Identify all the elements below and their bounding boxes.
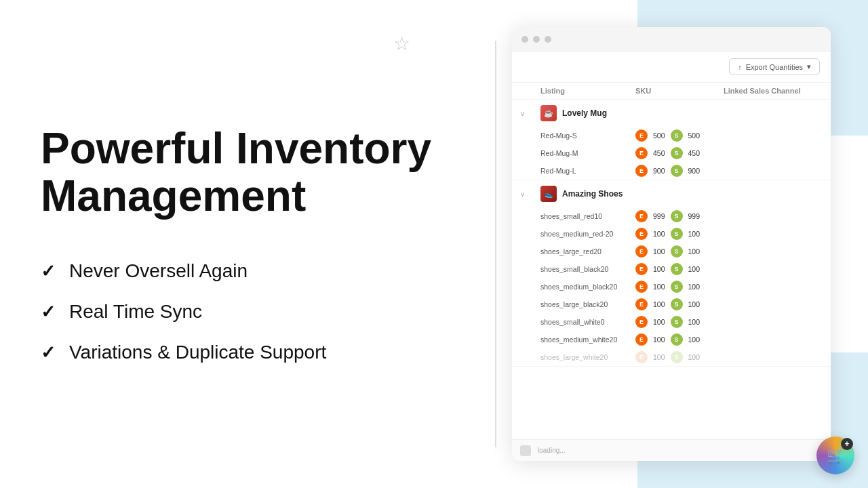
shopify-qty-s4: 100: [688, 265, 701, 273]
export-icon: ↑: [738, 63, 742, 71]
etsy-badge-2: E: [635, 147, 648, 159]
main-title: Powerful Inventory Management: [41, 125, 454, 220]
title-line2: Management: [41, 171, 306, 220]
channel-qty-shoes-4: E 100 S 100: [635, 263, 724, 275]
shopify-badge-s6: S: [671, 298, 683, 310]
etsy-badge-s4: E: [635, 263, 648, 275]
header-chevron-col: [520, 87, 540, 95]
etsy-qty-s4: 100: [653, 265, 665, 273]
feature-list: ✓ Never Oversell Again ✓ Real Time Sync …: [41, 260, 454, 363]
etsy-badge-s8: E: [635, 333, 648, 346]
etsy-qty-s1: 999: [653, 212, 665, 220]
channel-qty-2: E 450 S 450: [635, 147, 724, 159]
sku-row-shoes-3: shoes_large_red20 E 100 S 100: [512, 243, 831, 260]
channel-qty-shoes-6: E 100 S 100: [635, 298, 724, 310]
cart-icon: 🛒: [827, 447, 845, 464]
sku-row-shoes-2: shoes_medium_red-20 E 100 S 100: [512, 225, 831, 243]
shopify-badge-s1: S: [671, 210, 683, 222]
etsy-badge-s3: E: [635, 245, 648, 258]
chevron-icon-1: ∨: [520, 110, 540, 117]
shopify-qty-2: 450: [688, 149, 701, 157]
sku-text-shoes-9: shoes_large_white20: [540, 353, 635, 361]
sku-row-shoes-1: shoes_small_red10 E 999 S 999: [512, 207, 831, 225]
product-group-2: ∨ 👟 Amazing Shoes shoes_small_red10 E 99…: [512, 180, 831, 367]
channel-qty-shoes-1: E 999 S 999: [635, 210, 724, 222]
export-chevron: ▾: [807, 62, 811, 71]
shopify-qty-s6: 100: [688, 300, 701, 308]
etsy-qty-s3: 100: [653, 247, 665, 256]
feature-label-1: Never Oversell Again: [69, 260, 248, 282]
product-group-1: ∨ ☕ Lovely Mug Red-Mug-S E 500 S 500: [512, 100, 831, 180]
etsy-badge-s5: E: [635, 281, 648, 293]
shopify-qty-1: 500: [688, 131, 701, 140]
sku-text-shoes-5: shoes_medium_black20: [540, 283, 635, 291]
sku-row-shoes-5: shoes_medium_black20 E 100 S 100: [512, 278, 831, 296]
etsy-qty-s7: 100: [653, 318, 665, 326]
sku-row-red-mug-s: Red-Mug-S E 500 S 500: [512, 127, 831, 144]
shopify-badge-1: S: [671, 129, 683, 142]
browser-content: ↑ Export Quantities ▾ Listing SKU Linked…: [512, 52, 831, 461]
shopify-badge-s8: S: [671, 333, 683, 346]
check-icon-2: ✓: [41, 302, 56, 323]
shopify-qty-s3: 100: [688, 247, 701, 256]
browser-window: ↑ Export Quantities ▾ Listing SKU Linked…: [512, 27, 831, 461]
channel-qty-shoes-7: E 100 S 100: [635, 316, 724, 328]
shopify-qty-s8: 100: [688, 336, 701, 344]
channel-qty-shoes-8: E 100 S 100: [635, 333, 724, 346]
feature-item-3: ✓ Variations & Duplicate Support: [41, 342, 454, 363]
shopify-badge-s9: S: [671, 351, 683, 363]
feature-item-1: ✓ Never Oversell Again: [41, 260, 454, 282]
etsy-qty-s8: 100: [653, 336, 665, 344]
channel-qty-shoes-2: E 100 S 100: [635, 228, 724, 240]
sku-row-shoes-4: shoes_small_black20 E 100 S 100: [512, 260, 831, 278]
channel-qty-1: E 500 S 500: [635, 129, 724, 142]
star-icon: ☆: [393, 33, 410, 55]
feature-label-2: Real Time Sync: [69, 301, 202, 323]
etsy-qty-s5: 100: [653, 283, 665, 291]
etsy-badge-s2: E: [635, 228, 648, 240]
shopify-badge-s3: S: [671, 245, 683, 258]
header-linked-sales: Linked Sales Channel: [724, 87, 823, 95]
shopify-badge-s5: S: [671, 281, 683, 293]
feature-item-2: ✓ Real Time Sync: [41, 301, 454, 323]
sku-text-2: Red-Mug-M: [540, 149, 635, 157]
title-line1: Powerful Inventory: [41, 124, 431, 173]
cart-plus-icon: +: [841, 438, 853, 450]
product-name-1: Lovely Mug: [562, 108, 607, 118]
etsy-badge-s1: E: [635, 210, 648, 222]
header-sku: SKU: [635, 87, 724, 95]
bottom-bar-icon: [520, 445, 531, 456]
product-row-amazing-shoes[interactable]: ∨ 👟 Amazing Shoes: [512, 180, 831, 207]
check-icon-3: ✓: [41, 342, 56, 363]
channel-qty-3: E 900 S 900: [635, 165, 724, 177]
sku-text-shoes-2: shoes_medium_red-20: [540, 230, 635, 238]
header-listing: Listing: [540, 87, 635, 95]
etsy-qty-1: 500: [653, 131, 665, 140]
product-row-lovely-mug[interactable]: ∨ ☕ Lovely Mug: [512, 100, 831, 127]
table-header: Listing SKU Linked Sales Channel: [512, 83, 831, 100]
sku-text-shoes-6: shoes_large_black20: [540, 300, 635, 308]
sku-row-shoes-8: shoes_medium_white20 E 100 S 100: [512, 331, 831, 348]
etsy-badge-3: E: [635, 165, 648, 177]
shopify-qty-s2: 100: [688, 230, 701, 238]
export-button[interactable]: ↑ Export Quantities ▾: [729, 58, 820, 75]
left-panel: Powerful Inventory Management ✓ Never Ov…: [0, 0, 495, 488]
etsy-badge-1: E: [635, 129, 648, 142]
divider-line: [495, 41, 496, 447]
shopify-badge-3: S: [671, 165, 683, 177]
cart-fab[interactable]: 🛒 +: [816, 436, 854, 474]
shopify-qty-s5: 100: [688, 283, 701, 291]
check-icon-1: ✓: [41, 261, 56, 282]
channel-qty-shoes-3: E 100 S 100: [635, 245, 724, 258]
sku-text-shoes-8: shoes_medium_white20: [540, 336, 635, 344]
browser-dot-2: [533, 36, 540, 43]
etsy-qty-s6: 100: [653, 300, 665, 308]
etsy-badge-s6: E: [635, 298, 648, 310]
sku-row-shoes-6: shoes_large_black20 E 100 S 100: [512, 296, 831, 313]
bottom-bar-text: loading...: [538, 447, 566, 454]
mug-thumbnail: ☕: [540, 105, 557, 121]
sku-text-1: Red-Mug-S: [540, 131, 635, 140]
etsy-qty-2: 450: [653, 149, 665, 157]
browser-titlebar: [512, 27, 831, 52]
etsy-badge-s7: E: [635, 316, 648, 328]
